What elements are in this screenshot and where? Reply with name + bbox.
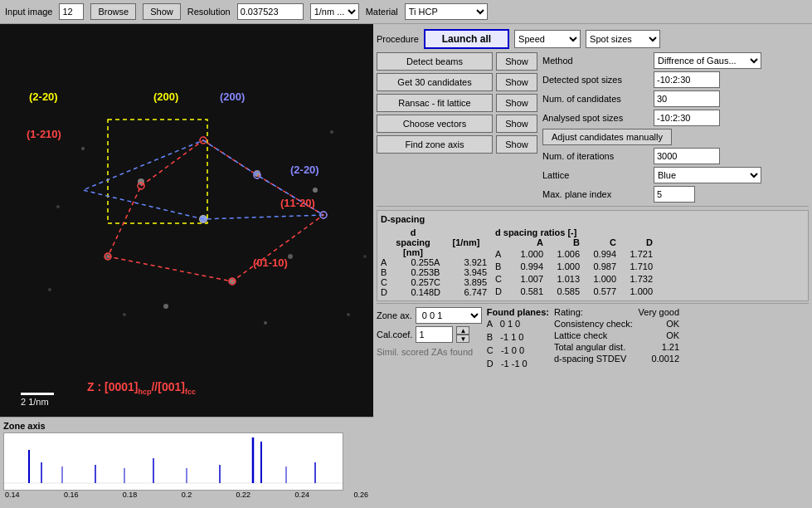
svg-point-11 [48, 288, 51, 291]
zone-ax-label: Zone ax. [377, 310, 412, 320]
choose-vectors-button[interactable]: Choose vectors [377, 115, 493, 133]
cal-coef-input[interactable] [416, 326, 453, 343]
ratio-row-d: D0.5810.5850.5771.000 [495, 285, 653, 297]
speed-select[interactable]: Speed [514, 30, 581, 48]
analysed-spot-sizes-label: Analysed spot sizes [542, 113, 650, 123]
show-image-button[interactable]: Show [143, 3, 181, 20]
get-candidates-button[interactable]: Get 30 candidates [377, 73, 493, 91]
lattice-check-label: Lattice check [554, 330, 607, 340]
zone-ax-select[interactable]: 0 0 1 [416, 307, 482, 324]
rating-label: Rating: [554, 307, 583, 317]
zone-chart-labels: 0.140.160.180.20.220.240.26 [3, 491, 370, 499]
procedure-bar: Procedure Launch all Speed Spot sizes [377, 27, 809, 51]
lattice-check-value: OK [666, 330, 679, 340]
frame-input[interactable] [59, 3, 84, 20]
left-controls: Detect beams Show Get 30 candidates Show… [377, 52, 537, 203]
max-plane-index-label: Max. plane index [542, 189, 650, 199]
num-iterations-label: Num. of iterations [542, 151, 650, 161]
svg-point-9 [81, 147, 85, 150]
consistency-label: Consistency check: [554, 319, 633, 329]
spinner-down[interactable]: ▼ [456, 335, 469, 343]
input-image-label: Input image [5, 7, 52, 17]
rating-value: Very good [639, 307, 680, 317]
zone-params: Zone ax. 0 0 1 Cal.coef. ▲ ▼ [377, 307, 482, 370]
svg-point-15 [56, 205, 60, 208]
dspacing-left-table: d spacing[nm] [1/nm] A0.255 A3.921 [381, 227, 487, 297]
detected-spot-sizes-label: Detected spot sizes [542, 75, 650, 85]
rating-section: Rating: Very good Consistency check: OK … [554, 307, 679, 370]
spotsize-select[interactable]: Spot sizes [586, 30, 660, 48]
red-label-1120: (11-20) [280, 197, 315, 209]
launch-all-button[interactable]: Launch all [424, 29, 509, 49]
dspacing-row-d: D0.148 D6.747 [381, 287, 487, 297]
show-vectors-button[interactable]: Show [496, 115, 537, 133]
red-label-0110: (01-10) [253, 256, 288, 269]
detect-beams-button[interactable]: Detect beams [377, 52, 493, 71]
analysed-spot-sizes-input[interactable] [654, 110, 720, 126]
lattice-select[interactable]: Blue [654, 167, 761, 183]
found-plane-c: C -1 0 0 [487, 344, 549, 357]
ransac-button[interactable]: Ransac - fit lattice [377, 94, 493, 112]
scale-bar: 2 1/nm [21, 393, 54, 407]
lattice-label: Lattice [542, 170, 650, 180]
yellow-label-200: (200) [153, 90, 178, 103]
show-candidates-button[interactable]: Show [496, 73, 537, 91]
zone-axis-title: Zone axis [3, 421, 370, 431]
max-plane-index-input[interactable] [654, 186, 695, 203]
ratio-row-b: B0.9941.0000.9871.710 [495, 260, 653, 272]
num-iterations-input[interactable] [654, 148, 720, 164]
method-label: Method [542, 56, 650, 66]
dspacing-row-c: C0.257 C3.895 [381, 277, 487, 287]
dspacing-row-a: A0.255 A3.921 [381, 257, 487, 267]
angular-dist-value: 1.21 [662, 342, 679, 352]
num-candidates-label: Num. of candidates [542, 94, 650, 104]
show-ransac-button[interactable]: Show [496, 94, 537, 112]
find-zone-axis-button[interactable]: Find zone axis [377, 135, 493, 154]
dspacing-stdev-value: 0.0012 [651, 354, 679, 364]
bottom-section: Zone ax. 0 0 1 Cal.coef. ▲ ▼ [377, 303, 809, 370]
svg-point-7 [163, 304, 168, 309]
svg-point-5 [313, 188, 318, 193]
num-candidates-input[interactable] [654, 90, 720, 107]
svg-point-26 [200, 216, 207, 222]
ratio-row-a: A1.0001.0060.9941.721 [495, 247, 653, 260]
red-label-1210: (1-210) [27, 128, 61, 140]
image-overlay [0, 24, 373, 417]
dspacing-ratios-table: d spacing ratios [-] A B C D [495, 227, 653, 297]
browse-button[interactable]: Browse [90, 3, 136, 20]
zone-axis-panel: Zone axis [0, 417, 373, 508]
svg-point-13 [264, 321, 267, 325]
simil-label: Simil. scored ZAs found [377, 347, 473, 357]
svg-point-10 [330, 130, 333, 134]
svg-point-12 [347, 313, 350, 316]
material-label: Material [366, 7, 398, 17]
found-plane-b: B -1 1 0 [487, 331, 549, 344]
show-detect-button[interactable]: Show [496, 52, 537, 71]
show-zone-axis-button[interactable]: Show [496, 135, 537, 154]
ratio-row-c: C1.0071.0131.0001.732 [495, 272, 653, 285]
spinner-group[interactable]: ▲ ▼ [456, 326, 469, 343]
material-select[interactable]: Ti HCP [405, 3, 488, 20]
yellow-label-220: (2-20) [29, 90, 58, 103]
blue-label-200: (200) [220, 90, 245, 103]
svg-point-14 [123, 313, 126, 316]
consistency-value: OK [666, 319, 679, 329]
zone-chart-svg [4, 433, 343, 491]
dspacing-title: D-spacing [381, 214, 805, 224]
spinner-up[interactable]: ▲ [456, 326, 469, 335]
resolution-unit-select[interactable]: 1/nm ... [310, 3, 359, 20]
zone-axis-text: Z : [0001]hcp//[001]fcc [87, 380, 196, 396]
dspacing-section: D-spacing d spacing[nm] [1/nm] [377, 210, 809, 301]
svg-point-8 [288, 254, 293, 259]
procedure-label: Procedure [377, 34, 419, 44]
image-area: (2-20) (200) (200) (2-20) (1-210) (11-20… [0, 24, 373, 417]
dspacing-stdev-label: d-spacing STDEV [554, 354, 626, 364]
found-planes-title: Found planes: [487, 307, 549, 317]
found-plane-a: A 0 1 0 [487, 318, 549, 330]
adjust-candidates-button[interactable]: Adjust candidates manually [542, 129, 672, 145]
detected-spot-sizes-input[interactable] [654, 71, 720, 88]
resolution-input[interactable] [237, 3, 304, 20]
dspacing-row-b: B0.253 B3.945 [381, 267, 487, 277]
method-select[interactable]: Diffrence of Gaus... [654, 52, 761, 69]
found-planes: Found planes: A 0 1 0 B -1 1 0 C -1 0 0 … [487, 307, 549, 370]
